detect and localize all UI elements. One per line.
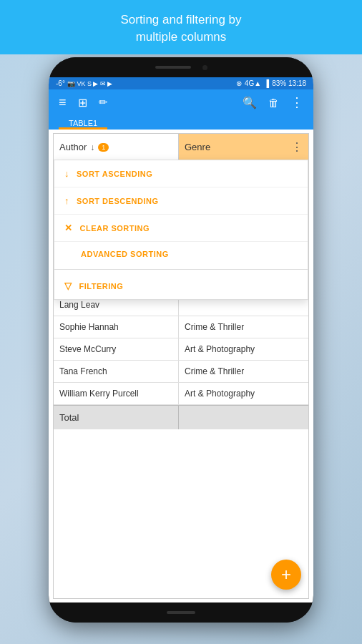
column-more-icon[interactable]: ⋮ <box>291 140 303 154</box>
sort-dropdown-menu: ↓ SORT ASCENDING ↑ SORT DESCENDING ✕ <box>54 160 308 300</box>
table-row[interactable]: Sophie Hannah Crime & Thriller <box>54 316 308 338</box>
total-row: Total <box>54 405 308 429</box>
search-icon[interactable]: 🔍 <box>243 96 257 109</box>
cell-genre: Crime & Thriller <box>179 361 308 382</box>
tab-bar: TABLE1 <box>49 115 313 130</box>
status-left: -6° 📷 VK S ▶ ✉ ▶ <box>56 79 112 87</box>
more-icon[interactable]: ⋮ <box>290 94 303 110</box>
sort-arrow-icon: ↓ <box>90 142 94 152</box>
phone-screen: -6° 📷 VK S ▶ ✉ ▶ ⊗ 4G▲ ▐ 83% 13:18 ≡ ⊞ ✏… <box>49 77 313 602</box>
table-container: Author ↓ 1 Genre ⋮ ↓ <box>53 133 309 599</box>
cell-genre: Crime & Thriller <box>179 316 308 338</box>
total-value-cell <box>179 406 308 429</box>
banner-title: Sorting and filtering by multiple column… <box>120 13 241 44</box>
genre-column-header[interactable]: Genre ⋮ ↓ SORT ASCENDING ↑ <box>179 134 308 160</box>
sort-ascending-item[interactable]: ↓ SORT ASCENDING <box>54 160 308 187</box>
total-label-cell: Total <box>54 406 179 429</box>
genre-label: Genre <box>185 142 210 152</box>
toolbar: ≡ ⊞ ✏ 🔍 🗑 ⋮ <box>49 89 313 115</box>
cell-genre: Art & Photography <box>179 338 308 360</box>
delete-icon[interactable]: 🗑 <box>268 97 279 109</box>
edit-icon[interactable]: ✏ <box>99 96 108 109</box>
sort-asc-icon: ↓ <box>64 168 69 179</box>
status-right: ⊗ 4G▲ ▐ 83% 13:18 <box>236 79 306 87</box>
cell-author: William Kerry Purcell <box>54 383 179 404</box>
sort-desc-icon: ↑ <box>64 195 69 206</box>
table-row[interactable]: William Kerry Purcell Art & Photography <box>54 383 308 405</box>
filter-icon: ▽ <box>64 280 72 291</box>
filtering-item[interactable]: ▽ FILTERING <box>54 273 308 299</box>
cell-author: Steve McCurry <box>54 338 179 360</box>
app-header-banner: Sorting and filtering by multiple column… <box>0 0 362 54</box>
table-header-row: Author ↓ 1 Genre ⋮ ↓ <box>54 134 308 161</box>
tab-table1[interactable]: TABLE1 <box>59 115 107 130</box>
clear-sorting-item[interactable]: ✕ CLEAR SORTING <box>54 214 308 241</box>
menu-icon[interactable]: ≡ <box>59 95 67 110</box>
cell-genre: Art & Photography <box>179 383 308 404</box>
table-row[interactable]: Tana French Crime & Thriller <box>54 361 308 383</box>
grid-icon[interactable]: ⊞ <box>78 96 87 109</box>
status-bar: -6° 📷 VK S ▶ ✉ ▶ ⊗ 4G▲ ▐ 83% 13:18 <box>49 77 313 89</box>
phone-body: -6° 📷 VK S ▶ ✉ ▶ ⊗ 4G▲ ▐ 83% 13:18 ≡ ⊞ ✏… <box>49 57 313 623</box>
sort-badge: 1 <box>98 143 109 152</box>
author-column-header[interactable]: Author ↓ 1 <box>54 134 179 160</box>
cell-author: Sophie Hannah <box>54 316 179 338</box>
sort-descending-item[interactable]: ↑ SORT DESCENDING <box>54 187 308 214</box>
advanced-sorting-item[interactable]: ADVANCED SORTING <box>54 241 308 266</box>
cell-author: Tana French <box>54 361 179 382</box>
clear-sort-icon: ✕ <box>64 223 73 233</box>
fab-button[interactable]: + <box>271 560 301 590</box>
author-label: Author <box>59 142 87 152</box>
table-row[interactable]: Steve McCurry Art & Photography <box>54 338 308 361</box>
